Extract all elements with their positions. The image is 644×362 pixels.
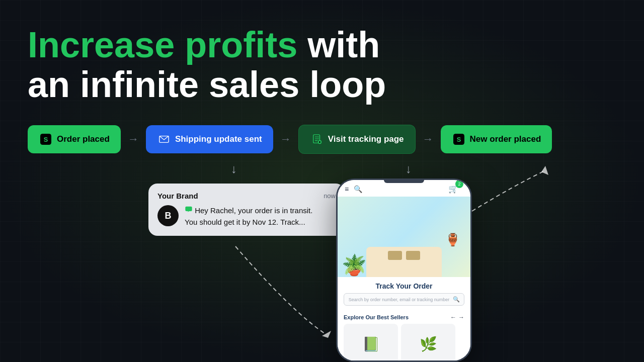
heading-line1: Increase profits with [28,25,386,65]
step-visit-tracking[interactable]: Visit tracking page [298,125,416,154]
product-image-2: 🌿 [420,336,437,352]
track-search-bar[interactable]: Search by order number, email or trackin… [344,293,464,306]
notif-text: Hey Rachel, your order is in transit. Yo… [185,205,312,228]
svg-text:S: S [44,136,48,143]
notif-line2: You should get it by Nov 12. Track... [185,218,305,226]
arrow-3: → [423,133,434,146]
phone-screen: ≡ 🔍 🛒 2 🪴 🏺 [338,180,470,360]
notification-card: Your Brand now B Hey Rachel, your order … [148,184,345,236]
notif-avatar-letter: B [165,211,172,221]
svg-marker-8 [322,331,331,338]
best-sellers-section: Explore Our Best Sellers ← → 📗 🌿 [338,310,470,360]
phone-hero-image: 🪴 🏺 [338,197,470,277]
step-shipping-label: Shipping update sent [175,134,262,144]
svg-rect-7 [185,207,192,211]
step-order-placed-label: Order placed [57,134,110,144]
heading-rest-text: with [297,25,380,65]
step-new-order[interactable]: S New order placed [441,125,552,153]
product-card-2: 🌿 [401,324,455,360]
notif-header: Your Brand now [157,192,336,200]
heading-line2: an infinite sales loop [28,65,386,105]
heading-green-text: Increase profits [28,25,297,65]
notif-line1: Hey Rachel, your order is in transit. [195,206,312,215]
svg-marker-9 [541,166,548,175]
prev-arrow-icon[interactable]: ← [450,314,456,321]
phone-search-icon: 🔍 [354,185,362,193]
flow-row: S Order placed → Shipping update sent → [28,125,616,154]
arrow-2: → [280,133,291,146]
step-order-placed[interactable]: S Order placed [28,125,121,153]
phone-topbar-left: ≡ 🔍 [345,185,362,193]
product-image-1: 📗 [362,336,380,352]
hamburger-icon: ≡ [345,185,349,193]
step-visit-tracking-label: Visit tracking page [328,134,404,144]
phone-notch [384,180,424,183]
cart-badge: 2 [455,180,463,188]
svg-text:S: S [456,136,461,143]
heading: Increase profits with an infinite sales … [28,25,386,105]
phone-mockup: ≡ 🔍 🛒 2 🪴 🏺 [336,178,472,362]
notif-brand: Your Brand [157,192,198,200]
phone-topbar-right: 🛒 2 [448,184,463,194]
arrow-1: → [128,133,139,146]
best-sellers-header: Explore Our Best Sellers ← → [344,314,464,321]
sms-icon [185,205,193,213]
shopify-icon-2: S [452,132,466,146]
best-sellers-grid: 📗 🌿 [344,324,464,360]
next-arrow-icon[interactable]: → [458,314,464,321]
product-card-1: 📗 [344,324,398,360]
best-sellers-title: Explore Our Best Sellers [344,314,409,320]
track-order-title: Track Your Order [344,282,464,290]
email-icon [157,132,171,146]
track-order-section: Track Your Order Search by order number,… [338,277,470,310]
table-decoration [366,247,442,277]
notif-time: now [324,192,336,200]
notif-body: B Hey Rachel, your order is in transit. … [157,205,336,228]
best-sellers-nav: ← → [450,314,464,321]
track-search-placeholder: Search by order number, email or trackin… [348,297,450,302]
down-arrow-tracking: ↓ [406,162,412,176]
doc-icon [310,132,324,146]
page-container: Increase profits with an infinite sales … [0,0,644,362]
shopify-icon-1: S [39,132,53,146]
plant-decoration: 🪴 [342,253,367,277]
notif-avatar: B [157,205,179,226]
down-arrow-shipping: ↓ [231,162,237,176]
step-shipping-update[interactable]: Shipping update sent [146,125,273,153]
step-new-order-label: New order placed [470,134,541,144]
product-image-placeholder: 🏺 [445,233,460,247]
track-search-icon: 🔍 [453,296,460,303]
